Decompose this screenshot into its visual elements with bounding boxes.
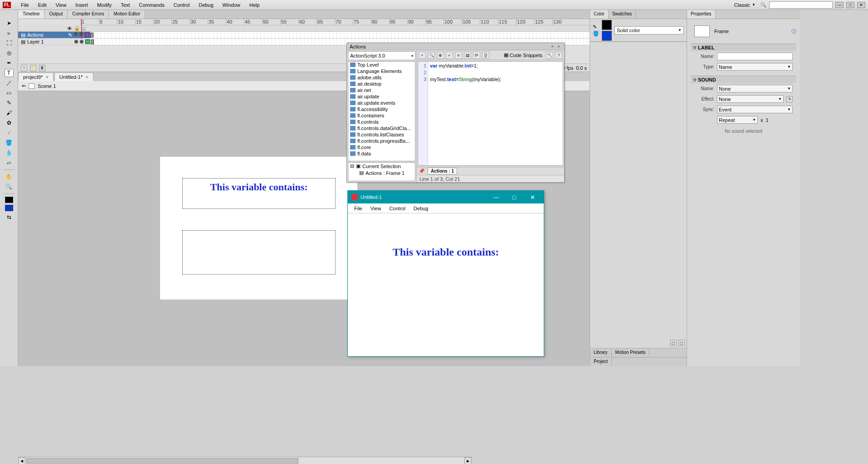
- outline-icon[interactable]: □: [82, 26, 85, 31]
- free-transform-tool-icon[interactable]: ⛶: [5, 39, 14, 47]
- minimize-button[interactable]: —: [488, 192, 504, 203]
- bucket-fill-icon[interactable]: 🪣: [593, 31, 599, 37]
- menu-insert[interactable]: Insert: [71, 1, 93, 9]
- swap-colors-icon[interactable]: ⇆: [5, 213, 14, 221]
- collapse-icon[interactable]: «: [550, 44, 555, 49]
- menu-control[interactable]: Control: [169, 1, 194, 9]
- scene-label[interactable]: Scene 1: [38, 83, 56, 89]
- scroll-left-button[interactable]: ◀: [18, 457, 25, 464]
- tree-item[interactable]: Top Level: [348, 62, 415, 68]
- actions-tree[interactable]: Top Level Language Elements adobe.utils …: [348, 61, 415, 161]
- find-button[interactable]: 🔍: [428, 52, 435, 59]
- doc-tab-untitled1[interactable]: Untitled-1*×: [54, 72, 93, 81]
- tree-item[interactable]: air.net: [348, 87, 415, 93]
- hand-tool-icon[interactable]: ✋: [5, 173, 14, 181]
- layer-row-actions[interactable]: ▤Actions ✎: [18, 32, 590, 39]
- back-arrow-icon[interactable]: ⇐: [22, 83, 26, 89]
- lasso-tool-icon[interactable]: ◎: [5, 49, 14, 57]
- subselection-tool-icon[interactable]: ▹: [5, 29, 14, 37]
- help-button[interactable]: 🔧: [546, 52, 553, 59]
- lock-icon[interactable]: 🔒: [74, 25, 80, 31]
- visibility-dot[interactable]: [74, 40, 78, 44]
- pencil-tool-icon[interactable]: ✎: [5, 99, 14, 107]
- pin-icon[interactable]: 📌: [417, 168, 427, 174]
- sound-repeat-dropdown[interactable]: Repeat▼: [717, 116, 758, 124]
- code-text[interactable]: var myVariable:int=1; myText.text=String…: [428, 62, 563, 165]
- new-layer-button[interactable]: +: [21, 65, 27, 71]
- tree-item[interactable]: air.update.events: [348, 100, 415, 106]
- doc-tab-project9[interactable]: project9*×: [18, 72, 54, 81]
- close-icon[interactable]: ×: [45, 74, 48, 80]
- eyedropper-tool-icon[interactable]: 💧: [5, 149, 14, 157]
- tab-properties[interactable]: Properties: [687, 10, 716, 19]
- fill-color-swatch[interactable]: [5, 205, 13, 211]
- tab-color[interactable]: Color: [590, 10, 609, 19]
- nav-header[interactable]: ⊟▣Current Selection: [348, 163, 415, 169]
- selection-tool-icon[interactable]: ➤: [5, 19, 14, 27]
- paint-bucket-tool-icon[interactable]: 🪣: [5, 139, 14, 147]
- frame-type-dropdown[interactable]: Name▼: [717, 63, 793, 71]
- fill-type-dropdown[interactable]: Solid color▼: [614, 26, 684, 34]
- maximize-button[interactable]: □: [507, 192, 522, 203]
- auto-format-button[interactable]: ≡: [455, 52, 462, 59]
- layer-color-swatch[interactable]: [85, 39, 90, 44]
- tree-item[interactable]: fl.core: [348, 144, 415, 150]
- brush-tool-icon[interactable]: 🖌: [5, 109, 14, 117]
- zoom-tool-icon[interactable]: 🔍: [5, 183, 14, 191]
- help-icon[interactable]: ?: [555, 52, 562, 59]
- sound-name-dropdown[interactable]: None▼: [717, 85, 793, 92]
- tree-item[interactable]: air.desktop: [348, 81, 415, 87]
- close-button[interactable]: ✕: [857, 2, 865, 8]
- edit-effect-button[interactable]: ✎: [786, 96, 793, 102]
- rectangle-tool-icon[interactable]: ▭: [5, 89, 14, 97]
- preview-menu-file[interactable]: File: [351, 205, 366, 212]
- tab-library[interactable]: Library: [590, 348, 612, 357]
- tab-swatches[interactable]: Swatches: [609, 10, 636, 19]
- preview-menu-debug[interactable]: Debug: [410, 205, 432, 212]
- tree-item[interactable]: adobe.utils: [348, 74, 415, 81]
- actions-panel[interactable]: Actions « × ActionScript 3.0▾ Top Level …: [346, 43, 565, 183]
- bone-tool-icon[interactable]: ⟋: [5, 129, 14, 137]
- menu-window[interactable]: Window: [218, 1, 245, 9]
- close-icon[interactable]: ×: [556, 44, 561, 49]
- eraser-tool-icon[interactable]: ▱: [5, 159, 14, 167]
- menu-commands[interactable]: Commands: [134, 1, 169, 9]
- sound-sync-dropdown[interactable]: Event▼: [717, 106, 793, 113]
- delete-layer-button[interactable]: 🗑: [39, 65, 45, 71]
- deco-tool-icon[interactable]: ✿: [5, 119, 14, 127]
- tree-item[interactable]: fl.containers: [348, 112, 415, 119]
- horizontal-scrollbar[interactable]: ◀ ▶: [18, 457, 472, 464]
- code-editor[interactable]: 123 var myVariable:int=1; myText.text=St…: [418, 61, 563, 166]
- tree-item[interactable]: air.update: [348, 93, 415, 100]
- as-version-dropdown[interactable]: ActionScript 3.0▾: [348, 51, 415, 60]
- tree-item[interactable]: fl.controls.listClasses: [348, 131, 415, 138]
- eye-icon[interactable]: 👁: [67, 26, 72, 31]
- tree-item[interactable]: fl.accessibility: [348, 106, 415, 112]
- minimize-button[interactable]: —: [835, 2, 844, 8]
- stroke-swatch[interactable]: [602, 20, 612, 30]
- section-label[interactable]: ▽LABEL: [691, 44, 796, 51]
- actions-titlebar[interactable]: Actions « ×: [347, 43, 564, 50]
- tree-item[interactable]: fl.controls: [348, 119, 415, 125]
- menu-text[interactable]: Text: [116, 1, 134, 9]
- add-item-button[interactable]: +: [419, 52, 426, 59]
- fill-swatch[interactable]: [602, 31, 612, 41]
- layer-color-swatch[interactable]: [85, 33, 89, 37]
- preview-titlebar[interactable]: Untitled-1 — □ ✕: [348, 191, 544, 203]
- search-input[interactable]: [769, 1, 833, 9]
- tab-output[interactable]: Output: [44, 10, 68, 19]
- tree-item[interactable]: fl.controls.dataGridCla...: [348, 125, 415, 131]
- stroke-color-swatch[interactable]: [5, 197, 13, 203]
- scroll-right-button[interactable]: ▶: [464, 457, 472, 464]
- menu-modify[interactable]: Modify: [93, 1, 116, 9]
- preview-menu-control[interactable]: Control: [385, 205, 409, 212]
- collapse-button[interactable]: {}: [482, 52, 489, 59]
- sound-effect-dropdown[interactable]: None▼: [717, 95, 784, 103]
- text-tool-icon[interactable]: T: [5, 69, 14, 77]
- tab-timeline[interactable]: Timeline: [18, 10, 44, 19]
- lock-dot[interactable]: [80, 40, 83, 44]
- frames-track[interactable]: [90, 32, 590, 38]
- menu-debug[interactable]: Debug: [194, 1, 218, 9]
- menu-help[interactable]: Help: [245, 1, 264, 9]
- text-field-1[interactable]: This variable contains:: [182, 178, 336, 209]
